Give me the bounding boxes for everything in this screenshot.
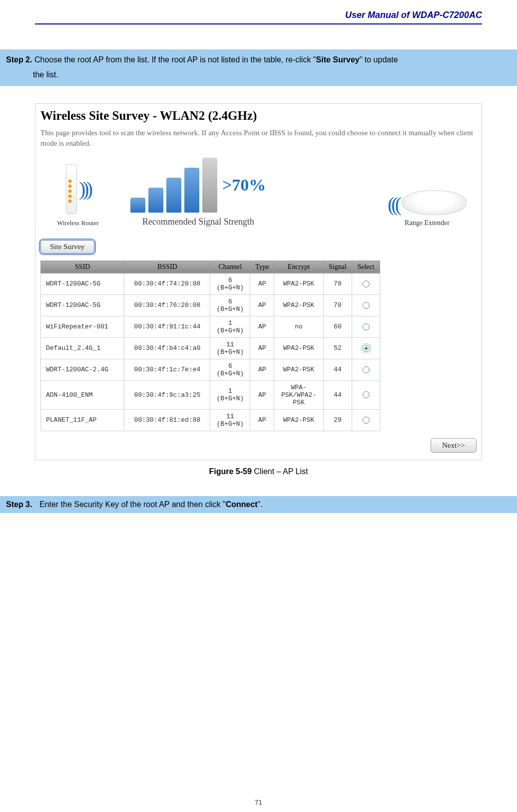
doc-header: User Manual of WDAP-C7200AC bbox=[35, 10, 482, 24]
step2-text-a: Choose the root AP from the list. If the… bbox=[34, 55, 316, 64]
th-signal: Signal bbox=[323, 261, 352, 273]
step2-text-b: " to update bbox=[360, 55, 398, 64]
cell-ssid: Default_2.4G_1 bbox=[41, 337, 124, 359]
cell-signal: 60 bbox=[323, 316, 352, 337]
cell-ssid: WDRT-1200AC-2.4G bbox=[41, 359, 124, 380]
table-header-row: SSID BSSID Channel Type Encrypt Signal S… bbox=[41, 261, 380, 273]
th-select: Select bbox=[352, 261, 380, 273]
cell-type: AP bbox=[250, 337, 274, 359]
cell-ssid: WiFiRepeater-001 bbox=[41, 316, 124, 337]
step3-block: Step 3. Enter the Security Key of the ro… bbox=[0, 496, 517, 513]
cell-channel: 6(B+G+N) bbox=[210, 273, 250, 294]
cell-type: AP bbox=[250, 316, 274, 337]
cell-bssid: 00:30:4f:b4:c4:a0 bbox=[124, 337, 210, 359]
cell-channel: 11(B+G+N) bbox=[210, 337, 250, 359]
select-radio[interactable] bbox=[363, 302, 370, 309]
select-radio[interactable] bbox=[363, 391, 370, 398]
table-row: Default_2.4G_100:30:4f:b4:c4:a011(B+G+N)… bbox=[41, 337, 380, 359]
cell-type: AP bbox=[250, 380, 274, 409]
cell-signal: 78 bbox=[323, 273, 352, 294]
cell-ssid: ADN-4100_ENM bbox=[41, 380, 124, 409]
cell-encrypt: WPA2-PSK bbox=[274, 294, 323, 316]
router-icon bbox=[66, 164, 77, 214]
cell-signal: 29 bbox=[323, 409, 352, 431]
cell-select[interactable] bbox=[352, 359, 380, 380]
table-row: WDRT-1200AC-2.4G00:30:4f:1c:7e:e46(B+G+N… bbox=[41, 359, 380, 380]
ap-list-table: SSID BSSID Channel Type Encrypt Signal S… bbox=[40, 261, 380, 431]
figure-caption: Figure 5-59 Client – AP List bbox=[35, 467, 482, 476]
site-survey-button[interactable]: Site Survey bbox=[40, 240, 94, 254]
cell-ssid: WDRT-1200AC-5G bbox=[41, 294, 124, 316]
cell-channel: 6(B+G+N) bbox=[210, 294, 250, 316]
cell-encrypt: WPA2-PSK bbox=[274, 273, 323, 294]
th-bssid: BSSID bbox=[124, 261, 210, 273]
signal-block: >70% Recommended Signal Strength bbox=[130, 158, 266, 227]
cell-ssid: PLANET_11F_AP bbox=[41, 409, 124, 431]
cell-channel: 1(B+G+N) bbox=[210, 380, 250, 409]
cell-ssid: WDRT-1200AC-5G bbox=[41, 273, 124, 294]
cell-encrypt: WPA2-PSK bbox=[274, 337, 323, 359]
th-encrypt: Encrypt bbox=[274, 261, 323, 273]
step3-text-b: ". bbox=[258, 500, 263, 509]
signal-bars-icon bbox=[130, 158, 217, 213]
signal-label: Recommended Signal Strength bbox=[130, 217, 266, 227]
step2-label: Step 2. bbox=[6, 52, 32, 67]
cell-bssid: 00:30:4f:9c:a3:25 bbox=[124, 380, 210, 409]
cell-bssid: 00:30:4f:1c:7e:e4 bbox=[124, 359, 210, 380]
cell-select[interactable] bbox=[352, 316, 380, 337]
signal-percent: >70% bbox=[222, 176, 266, 195]
select-radio[interactable] bbox=[363, 345, 370, 352]
cell-select[interactable] bbox=[352, 409, 380, 431]
select-radio[interactable] bbox=[363, 323, 370, 330]
wifi-waves-icon: ))) bbox=[79, 179, 90, 199]
cell-signal: 52 bbox=[323, 337, 352, 359]
cell-type: AP bbox=[250, 273, 274, 294]
header-title: User Manual of WDAP-C7200AC bbox=[345, 10, 482, 20]
select-radio[interactable] bbox=[363, 417, 370, 424]
cell-encrypt: WPA2-PSK bbox=[274, 359, 323, 380]
cell-channel: 6(B+G+N) bbox=[210, 359, 250, 380]
cell-bssid: 00:30:4f:76:20:08 bbox=[124, 294, 210, 316]
figure-desc: This page provides tool to scan the wire… bbox=[40, 128, 477, 149]
page-number: 71 bbox=[255, 799, 262, 806]
select-radio[interactable] bbox=[363, 280, 370, 287]
router-label: Wireless Router bbox=[40, 219, 115, 227]
cell-encrypt: WPA-PSK/WPA2-PSK bbox=[274, 380, 323, 409]
router-block: ))) Wireless Router bbox=[40, 164, 115, 227]
extender-block: ((( Range Extender bbox=[388, 190, 467, 227]
cell-signal: 78 bbox=[323, 294, 352, 316]
cell-type: AP bbox=[250, 359, 274, 380]
cell-signal: 44 bbox=[323, 380, 352, 409]
cell-type: AP bbox=[250, 294, 274, 316]
table-row: WDRT-1200AC-5G00:30:4f:74:20:086(B+G+N)A… bbox=[41, 273, 380, 294]
cell-bssid: 00:30:4f:81:ed:88 bbox=[124, 409, 210, 431]
next-button[interactable]: Next>> bbox=[431, 438, 477, 453]
th-ssid: SSID bbox=[41, 261, 124, 273]
caption-bold: Figure 5-59 bbox=[209, 467, 251, 476]
cell-select[interactable] bbox=[352, 273, 380, 294]
cell-encrypt: no bbox=[274, 316, 323, 337]
extender-label: Range Extender bbox=[388, 219, 467, 227]
th-channel: Channel bbox=[210, 261, 250, 273]
table-row: ADN-4100_ENM00:30:4f:9c:a3:251(B+G+N)APW… bbox=[41, 380, 380, 409]
cell-encrypt: WPA2-PSK bbox=[274, 409, 323, 431]
figure-title: Wireless Site Survey - WLAN2 (2.4GHz) bbox=[40, 109, 477, 123]
step2-block: Step 2. Choose the root AP from the list… bbox=[0, 49, 517, 86]
cell-channel: 1(B+G+N) bbox=[210, 316, 250, 337]
step3-bold: Connect bbox=[226, 500, 258, 509]
step3-label: Step 3. bbox=[6, 500, 32, 509]
table-row: PLANET_11F_AP00:30:4f:81:ed:8811(B+G+N)A… bbox=[41, 409, 380, 431]
cell-channel: 11(B+G+N) bbox=[210, 409, 250, 431]
select-radio[interactable] bbox=[363, 366, 370, 373]
caption-rest: Client – AP List bbox=[252, 467, 308, 476]
cell-select[interactable] bbox=[352, 380, 380, 409]
cell-select[interactable] bbox=[352, 337, 380, 359]
cell-bssid: 00:30:4f:74:20:08 bbox=[124, 273, 210, 294]
wifi-waves-left-icon: ((( bbox=[388, 195, 399, 215]
cell-type: AP bbox=[250, 409, 274, 431]
step2-bold: Site Survey bbox=[316, 55, 360, 64]
diagram-row: ))) Wireless Router >70% Recommended Sig… bbox=[40, 158, 477, 227]
table-row: WiFiRepeater-00100:30:4f:91:1c:441(B+G+N… bbox=[41, 316, 380, 337]
cell-select[interactable] bbox=[352, 294, 380, 316]
cell-signal: 44 bbox=[323, 359, 352, 380]
